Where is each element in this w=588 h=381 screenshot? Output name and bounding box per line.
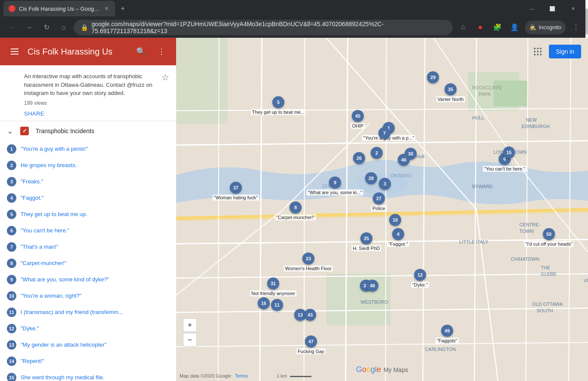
incident-text: I (transmasc) and my friend (transfemm..… [21,309,123,315]
sidebar-header: Cis Folk Harassing Us 🔍 ⋮ [0,38,176,65]
zoom-out-button[interactable]: − [183,333,197,347]
map-marker[interactable]: 15 [503,146,515,158]
map-marker[interactable]: 2 [371,147,383,159]
sidebar: Cis Folk Harassing Us 🔍 ⋮ An interactive… [0,38,176,381]
star-button[interactable]: ☆ [161,72,169,82]
map-marker[interactable]: 37 [230,182,242,194]
incident-number: 3 [7,177,16,186]
map-marker[interactable]: 7 [378,127,390,139]
incident-number: 8 [7,259,16,268]
layer-checkbox[interactable] [20,127,29,135]
map-marker[interactable]: 5 [272,96,284,108]
profile-button[interactable]: 👤 [508,21,521,34]
zoom-in-button[interactable]: + [183,318,197,332]
extensions-button[interactable]: 🧩 [491,21,504,34]
map-marker[interactable]: 26 [353,152,365,164]
map-marker[interactable]: 25 [360,232,372,244]
incident-item[interactable]: 5They get up to beat me up. [0,206,176,223]
map-marker[interactable]: 9 [329,177,341,189]
layer-title: Transphobic Incidents [36,128,169,134]
map-marker[interactable]: 23 [302,253,314,265]
home-button[interactable]: ⌂ [57,21,70,34]
share-button[interactable]: SHARE [24,110,44,117]
incident-item[interactable]: 10"You're a woman, right?" [0,288,176,304]
terms-link[interactable]: Terms [235,373,248,378]
back-button[interactable]: ← [5,21,19,34]
bookmark-button[interactable]: ☆ [456,21,470,34]
views-count: 199 views [24,100,169,106]
incognito-label: Incognito [539,24,561,30]
marker-label: OHIP [351,123,365,129]
map-marker[interactable]: 50 [543,228,555,240]
sign-in-button[interactable]: Sign in [549,45,581,58]
incident-item[interactable]: 3"Freaks." [0,174,176,190]
map-marker[interactable]: 16 [258,297,270,309]
map-marker[interactable]: 31 [267,277,279,290]
incident-number: 2 [7,161,16,170]
incident-item[interactable]: 1"You're a guy with a penis!" [0,141,176,157]
marker-label: "Faggots" [436,338,459,344]
incident-number: 13 [7,340,16,350]
map-marker[interactable]: 43 [304,309,316,321]
new-tab-button[interactable]: + [117,3,129,15]
incident-item[interactable]: 4"Faggot." [0,190,176,206]
reload-button[interactable]: ↻ [40,21,53,34]
marker-label: Police [371,205,387,211]
map-marker[interactable]: 3 [379,178,391,190]
close-button[interactable]: ✕ [563,2,583,15]
incident-item[interactable]: 8"Carpet-muncher!" [0,255,176,271]
incident-text: They get up to beat me up. [21,211,87,217]
incident-number: 7 [7,242,16,252]
map-marker[interactable]: 8 [289,201,302,213]
menu-button[interactable] [7,44,22,59]
map-footer: Google My Maps [356,365,408,374]
incident-text: "You're a guy with a penis!" [21,146,88,152]
map-marker[interactable]: 45 [352,110,364,122]
incident-item[interactable]: 13"My gender is an attack helicopter" [0,337,176,353]
url-input[interactable]: 🔒 google.com/maps/d/viewer?mid=1PZUHmUWE… [74,20,453,35]
map-marker[interactable]: 28 [365,172,377,184]
incident-item[interactable]: 14"Repent!" [0,353,176,369]
map-marker[interactable]: 27 [373,192,385,204]
incident-item[interactable]: 6"You can't be here." [0,223,176,239]
map-marker[interactable]: 49 [441,325,453,337]
incident-text: She went through my medical file. [21,374,104,381]
incident-item[interactable]: 12"Dyke." [0,320,176,337]
minimize-button[interactable]: — [522,2,542,15]
incidents-list: 1"You're a guy with a penis!"2He gropes … [0,141,176,381]
map-marker[interactable]: 48 [366,280,378,292]
google-apps-button[interactable] [530,44,545,59]
incident-item[interactable]: 2He gropes my breasts. [0,157,176,174]
map-marker[interactable]: 46 [398,154,410,166]
map-marker[interactable]: 12 [414,269,426,281]
incident-item[interactable]: 15She went through my medical file. [0,369,176,381]
incident-item[interactable]: 11I (transmasc) and my friend (transfemm… [0,304,176,320]
map-marker[interactable]: 11 [271,299,283,311]
url-text: google.com/maps/d/viewer?mid=1PZUHmUWE3i… [91,21,446,34]
search-button[interactable]: 🔍 [133,44,149,59]
collapse-icon[interactable]: ⌄ [7,126,13,136]
map-attribution: Map data ©2020 Google Terms 1 km [176,372,315,379]
incident-item[interactable]: 7"That's a man!" [0,239,176,255]
map-controls: + − [183,318,197,347]
map-area[interactable]: ROCKCLIFFE PARK NEW EDINBURGH Vanier Nor… [176,38,588,381]
map-marker[interactable]: 4 [392,228,404,240]
tab-close-button[interactable]: ✕ [103,5,110,12]
marker-label: Not friendly anymore [250,290,296,296]
maximize-button[interactable]: ⬜ [542,2,562,15]
map-marker[interactable]: 29 [427,71,439,83]
map-marker[interactable]: 18 [389,214,401,226]
extension-icon-1[interactable]: ● [473,21,487,34]
forward-button[interactable]: → [22,21,36,34]
incident-text: "Freaks." [21,178,43,185]
map-marker[interactable]: 35 [445,83,457,95]
menu-button[interactable]: ⋮ [569,21,583,34]
scale-bar-line [290,376,311,377]
layer-header[interactable]: ⌄ Transphobic Incidents [0,121,176,141]
incident-number: 5 [7,210,16,219]
map-marker[interactable]: 47 [305,335,317,347]
marker-label: "Woman hating fuck" [213,195,259,201]
incident-item[interactable]: 9"What are you, some kind of dyke?" [0,271,176,288]
more-options-button[interactable]: ⋮ [154,44,169,59]
active-tab[interactable]: Cis Folk Harassing Us – Google M... ✕ [3,1,115,16]
